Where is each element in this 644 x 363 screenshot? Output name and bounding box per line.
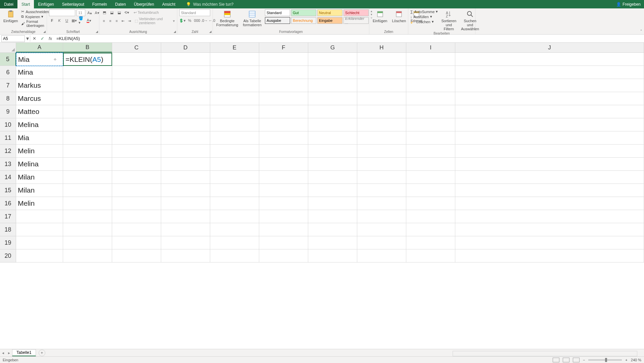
cell[interactable] [308,131,357,145]
cell[interactable] [455,184,644,197]
style-schlecht[interactable]: Schlecht [343,9,369,16]
cell[interactable] [308,249,357,263]
clipboard-dialog-launcher[interactable]: ◢ [43,30,46,33]
number-format-combo[interactable]: Standard [179,9,210,16]
style-ausgabe[interactable]: Ausgabe [265,17,290,24]
cell[interactable] [406,210,455,223]
insert-function-button[interactable]: fx [46,36,54,41]
cell[interactable] [210,184,259,197]
row-header[interactable]: 9 [0,105,16,118]
cell[interactable] [259,92,308,105]
cell[interactable] [259,223,308,236]
cell[interactable] [357,210,406,223]
cell[interactable] [308,105,357,118]
cell[interactable] [259,184,308,197]
cell[interactable] [210,236,259,249]
cell[interactable]: Melina [16,118,63,131]
cell[interactable] [455,79,644,92]
increase-indent-icon[interactable]: ⇥ [127,18,132,24]
cell[interactable] [112,197,161,210]
border-button[interactable]: ▦▾ [71,17,77,24]
cell[interactable] [259,53,308,66]
cell[interactable] [210,105,259,118]
tab-daten[interactable]: Daten [111,0,130,8]
cell[interactable] [63,158,112,171]
cell[interactable]: =KLEIN(A5) [63,53,112,66]
cell[interactable] [455,236,644,249]
cell[interactable]: Milan [16,171,63,184]
cell[interactable] [63,79,112,92]
cell[interactable] [308,118,357,131]
increase-font-icon[interactable]: A▴ [87,10,93,16]
name-box-dropdown-icon[interactable]: ▾ [26,35,30,42]
bold-button[interactable]: F [49,17,55,24]
cell[interactable] [161,92,210,105]
cell[interactable] [308,158,357,171]
cell[interactable] [406,66,455,79]
cell[interactable] [112,105,161,118]
cell[interactable]: Mina [16,66,63,79]
col-header-f[interactable]: F [259,43,308,52]
cell[interactable]: Melin [16,145,63,158]
align-top-icon[interactable]: ⬒ [101,9,107,15]
cell[interactable] [259,171,308,184]
cell[interactable] [455,171,644,184]
cell[interactable] [112,249,161,263]
col-header-h[interactable]: H [357,43,406,52]
spreadsheet-grid[interactable]: A B C D E F G H I J 5Mia✧=KLEIN(A5)6Mina… [0,43,644,263]
cell[interactable] [406,118,455,131]
cell[interactable] [63,145,112,158]
cell[interactable] [308,92,357,105]
tab-einfuegen[interactable]: Einfügen [34,0,58,8]
cell[interactable] [161,145,210,158]
cell[interactable] [406,171,455,184]
col-header-a[interactable]: A [16,43,63,52]
cell[interactable] [259,197,308,210]
row-header[interactable]: 20 [0,249,16,263]
cell[interactable] [455,118,644,131]
page-layout-view-button[interactable] [563,358,569,362]
cell[interactable] [259,236,308,249]
sheet-nav-first-icon[interactable]: ◂ [0,351,6,355]
cell[interactable] [455,223,644,236]
cell[interactable] [259,131,308,145]
cell[interactable] [63,92,112,105]
cell[interactable] [308,184,357,197]
cell[interactable] [210,66,259,79]
cell[interactable] [357,184,406,197]
cell[interactable] [112,171,161,184]
cell[interactable] [308,197,357,210]
align-center-icon[interactable]: ≡ [108,18,113,24]
normal-view-button[interactable] [553,358,559,362]
col-header-i[interactable]: I [406,43,455,52]
cell[interactable] [406,158,455,171]
row-header[interactable]: 10 [0,118,16,131]
cell[interactable] [112,118,161,131]
add-sheet-button[interactable]: + [39,350,45,356]
cell[interactable] [455,131,644,145]
cell[interactable] [357,92,406,105]
cancel-formula-button[interactable]: ✕ [30,36,38,41]
cell[interactable] [455,105,644,118]
alignment-dialog-launcher[interactable]: ◢ [174,30,176,33]
cell[interactable] [210,210,259,223]
cell[interactable] [259,210,308,223]
cell[interactable] [112,210,161,223]
tab-formeln[interactable]: Formeln [88,0,111,8]
zoom-in-button[interactable]: + [625,358,627,362]
tab-ansicht[interactable]: Ansicht [158,0,179,8]
cell[interactable] [16,210,63,223]
comma-format-icon[interactable]: 000 [194,17,200,24]
cell[interactable] [357,223,406,236]
cell[interactable] [308,79,357,92]
cell[interactable] [406,79,455,92]
cell[interactable] [357,145,406,158]
cell[interactable] [210,145,259,158]
autosum-button[interactable]: ∑AutoSumme▾ [410,9,438,14]
cell[interactable] [308,145,357,158]
cell[interactable] [308,53,357,66]
cell[interactable] [210,197,259,210]
cell[interactable] [406,249,455,263]
cell[interactable] [161,131,210,145]
zoom-slider[interactable] [588,359,622,361]
